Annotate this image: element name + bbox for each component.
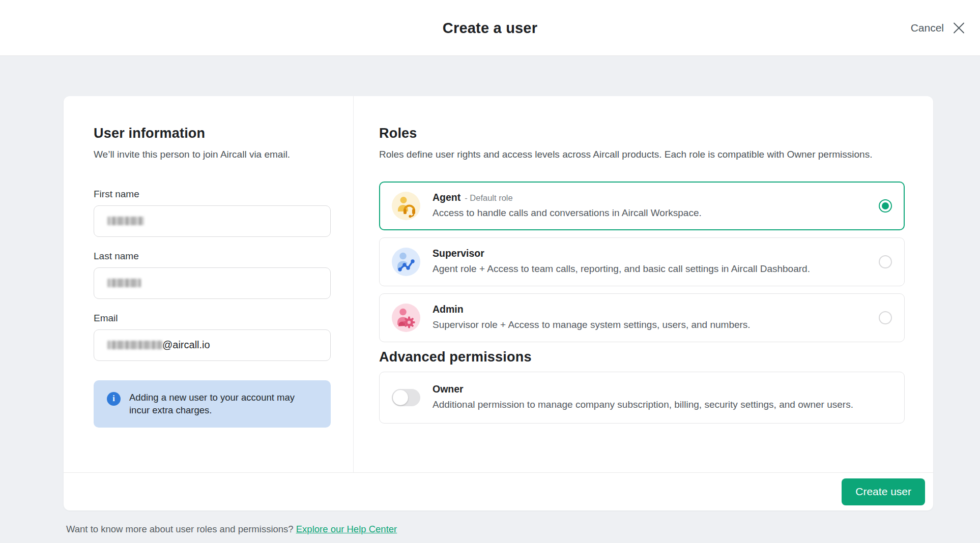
create-user-button[interactable]: Create user [842, 478, 925, 505]
redacted-first-name-value [107, 217, 144, 225]
create-user-card: User information We’ll invite this perso… [64, 96, 933, 510]
role-desc-admin: Supervisor role + Access to manage syste… [433, 319, 867, 331]
supervisor-radio[interactable] [879, 255, 892, 268]
redacted-last-name-value [107, 279, 141, 287]
roles-section: Roles Roles define user rights and acces… [354, 96, 933, 472]
owner-name: Owner [433, 383, 464, 395]
cancel-button[interactable]: Cancel [911, 21, 966, 35]
agent-radio[interactable] [879, 199, 892, 213]
role-suffix-agent: - Default role [465, 193, 512, 203]
page-title: Create a user [0, 19, 980, 36]
user-information-subtitle: We’ll invite this person to join Aircall… [94, 148, 330, 161]
close-icon[interactable] [952, 21, 966, 35]
agent-headset-icon [392, 192, 420, 220]
advanced-permissions-title: Advanced permissions [379, 349, 905, 365]
first-name-label: First name [94, 189, 330, 200]
help-center-link[interactable]: Explore our Help Center [296, 524, 397, 534]
first-name-input[interactable] [94, 205, 331, 237]
role-card-admin[interactable]: Admin Supervisor role + Access to manage… [379, 293, 905, 342]
role-card-agent[interactable]: Agent - Default role Access to handle ca… [379, 182, 905, 230]
role-name-agent: Agent [433, 192, 460, 203]
roles-list: Agent - Default role Access to handle ca… [379, 182, 905, 342]
owner-desc: Additional permission to manage company … [433, 399, 892, 411]
email-domain: @aircall.io [162, 339, 210, 351]
cancel-label[interactable]: Cancel [911, 22, 944, 34]
role-text-agent: Agent - Default role Access to handle ca… [433, 192, 867, 220]
owner-permission-card: Owner Additional permission to manage co… [379, 372, 905, 424]
role-desc-supervisor: Agent role + Access to team calls, repor… [433, 263, 867, 276]
email-label: Email [94, 313, 330, 324]
modal-header: Create a user Cancel [0, 0, 980, 56]
role-text-supervisor: Supervisor Agent role + Access to team c… [433, 248, 867, 276]
role-name-supervisor: Supervisor [433, 248, 484, 259]
owner-toggle-knob[interactable] [393, 390, 408, 405]
admin-gear-icon [392, 304, 420, 332]
user-form: First name Last name Email @aircall.io [94, 189, 330, 361]
owner-toggle[interactable] [392, 389, 420, 406]
role-card-supervisor[interactable]: Supervisor Agent role + Access to team c… [379, 237, 905, 286]
supervisor-chart-icon [392, 248, 420, 276]
card-main: User information We’ll invite this perso… [64, 96, 933, 472]
help-footnote: Want to know more about user roles and p… [66, 524, 980, 535]
last-name-label: Last name [94, 251, 330, 262]
extra-charges-notice: i Adding a new user to your account may … [94, 380, 331, 428]
role-text-admin: Admin Supervisor role + Access to manage… [433, 304, 867, 331]
redacted-email-local-part [107, 341, 162, 349]
notice-text: Adding a new user to your account may in… [129, 391, 312, 417]
email-input[interactable]: @aircall.io [94, 329, 331, 361]
role-desc-agent: Access to handle calls and conversations… [433, 207, 867, 220]
owner-text: Owner Additional permission to manage co… [433, 383, 892, 411]
info-icon: i [107, 392, 121, 406]
user-information-title: User information [94, 126, 330, 141]
action-bar: Create user [64, 473, 933, 510]
roles-title: Roles [379, 126, 905, 141]
help-text: Want to know more about user roles and p… [66, 524, 294, 534]
user-information-section: User information We’ll invite this perso… [64, 96, 354, 472]
roles-description: Roles define user rights and access leve… [379, 148, 905, 161]
admin-radio[interactable] [879, 311, 892, 324]
last-name-input[interactable] [94, 267, 331, 299]
role-name-admin: Admin [433, 304, 464, 315]
